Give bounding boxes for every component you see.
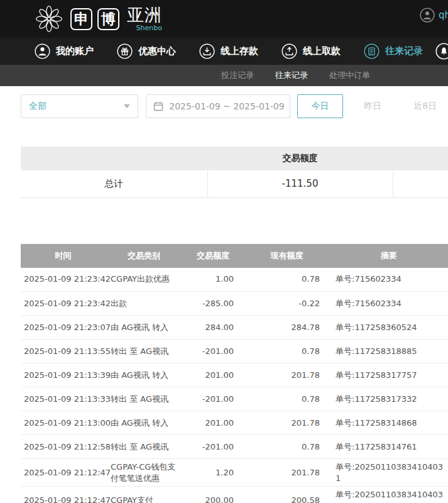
yesterday-button[interactable]: 昨日 <box>350 94 396 118</box>
today-button[interactable]: 今日 <box>297 94 343 118</box>
nav-item-promotions[interactable]: 优惠中心 <box>117 43 176 59</box>
cell-amount: -285.00 <box>182 292 244 316</box>
chevron-down-icon <box>124 104 130 108</box>
filter-bar: 全部 2025-01-09 ~ 2025-01-09 今日 昨日 近8日 <box>21 94 448 118</box>
transactions-body: 2025-01-09 21:23:42CGPAY出款优惠1.000.78单号:7… <box>21 268 448 503</box>
cell-balance: 201.78 <box>244 459 330 487</box>
cell-type: 转出 至 AG视讯 <box>106 387 182 411</box>
brand-subtitle: Shenbo <box>136 25 162 31</box>
cell-memo: 单号:202501103834104031 <box>330 459 448 487</box>
cell-type: CGPAY-CG钱包支付笔笔送优惠 <box>106 459 182 487</box>
last-8-days-button[interactable]: 近8日 <box>402 94 448 118</box>
summary-total-value: -111.50 <box>207 170 393 197</box>
cell-balance: 0.78 <box>244 387 330 411</box>
cell-amount: 1.00 <box>182 268 244 292</box>
cell-memo: 单号:117258317757 <box>330 363 448 387</box>
cell-amount: 201.00 <box>182 363 244 387</box>
summary-header-amount: 交易额度 <box>207 146 393 170</box>
tab-processing-orders[interactable]: 处理中订单 <box>329 70 370 81</box>
cell-balance: 0.78 <box>244 435 330 459</box>
calendar-icon <box>153 101 163 111</box>
table-row: 2025-01-09 21:12:47CGPAY支付200.00200.58单号… <box>21 487 448 503</box>
cell-time: 2025-01-09 21:12:47 <box>21 487 106 503</box>
username: qh <box>439 9 448 21</box>
cell-type: 转出 至 AG视讯 <box>106 435 182 459</box>
withdraw-icon <box>281 43 297 59</box>
summary-total-label: 总计 <box>21 170 207 197</box>
cell-memo: 单号:117258360524 <box>330 316 448 340</box>
cell-amount: 200.00 <box>182 487 244 503</box>
nav-item-my-account[interactable]: 我的账户 <box>35 43 94 59</box>
col-header-memo: 摘要 <box>330 244 448 268</box>
col-header-time: 时间 <box>21 244 106 268</box>
nav-item-label: 往来记录 <box>385 45 423 57</box>
cell-balance: 200.58 <box>244 487 330 503</box>
table-row: 2025-01-09 21:13:33转出 至 AG视讯-201.000.78单… <box>21 387 448 411</box>
cell-memo: 单号:715602334 <box>330 292 448 316</box>
summary-table: 交易额度 总计 -111.50 <box>21 146 448 198</box>
summary-header-row: 交易额度 <box>21 146 448 170</box>
brand-logo[interactable]: 申 博 亚洲 Shenbo <box>33 3 162 35</box>
cell-time: 2025-01-09 21:13:39 <box>21 363 106 387</box>
nav-item-records[interactable]: 往来记录 <box>364 43 423 59</box>
summary-header-spacer <box>21 146 207 170</box>
cell-amount: -201.00 <box>182 387 244 411</box>
top-header: 申 博 亚洲 Shenbo qh <box>0 0 448 38</box>
cell-balance: 284.78 <box>244 316 330 340</box>
tab-transaction-records[interactable]: 往来记录 <box>275 70 308 81</box>
date-range-input[interactable]: 2025-01-09 ~ 2025-01-09 <box>146 94 290 118</box>
cell-balance: 201.78 <box>244 363 330 387</box>
nav-item-label: 线上取款 <box>303 45 341 57</box>
nav-item-label: 线上存款 <box>221 45 258 57</box>
brand-region: 亚洲 <box>127 6 162 23</box>
table-row: 2025-01-09 21:13:39由 AG视讯 转入201.00201.78… <box>21 363 448 387</box>
cell-time: 2025-01-09 21:23:42 <box>21 268 106 292</box>
content-area: 全部 2025-01-09 ~ 2025-01-09 今日 昨日 近8日 交易额 <box>0 94 448 503</box>
cell-type: 转出 至 AG视讯 <box>106 340 182 363</box>
cell-amount: -201.00 <box>182 435 244 459</box>
table-row: 2025-01-09 21:12:47CGPAY-CG钱包支付笔笔送优惠1.20… <box>21 459 448 487</box>
cell-time: 2025-01-09 21:12:58 <box>21 435 106 459</box>
col-header-balance: 现有额度 <box>244 244 330 268</box>
cell-amount: 1.20 <box>182 459 244 487</box>
user-account[interactable]: qh <box>420 8 448 23</box>
date-range-value: 2025-01-09 ~ 2025-01-09 <box>169 101 284 111</box>
cell-type: 由 AG视讯 转入 <box>106 316 182 340</box>
cell-amount: 201.00 <box>182 411 244 435</box>
table-row: 2025-01-09 21:13:00由 AG视讯 转入201.00201.78… <box>21 411 448 435</box>
records-icon <box>364 43 380 59</box>
table-row: 2025-01-09 21:23:42CGPAY出款优惠1.000.78单号:7… <box>21 268 448 292</box>
cell-memo: 单号:715602334 <box>330 268 448 292</box>
nav-item-deposit[interactable]: 线上存款 <box>199 43 258 59</box>
avatar-icon <box>420 8 435 23</box>
cell-amount: 284.00 <box>182 316 244 340</box>
cell-balance: 0.78 <box>244 340 330 363</box>
cell-balance: -0.22 <box>244 292 330 316</box>
cell-type: 由 AG视讯 转入 <box>106 363 182 387</box>
transactions-header-row: 时间 交易类别 交易额度 现有额度 摘要 <box>21 244 448 268</box>
deposit-icon <box>199 43 215 59</box>
table-row: 2025-01-09 21:23:07由 AG视讯 转入284.00284.78… <box>21 316 448 340</box>
table-row: 2025-01-09 21:12:58转出 至 AG视讯-201.000.78单… <box>21 435 448 459</box>
type-select-value: 全部 <box>29 101 46 112</box>
cell-type: CGPAY支付 <box>106 487 182 503</box>
tab-betting-records[interactable]: 投注记录 <box>221 70 254 81</box>
cell-time: 2025-01-09 21:12:47 <box>21 459 106 487</box>
col-header-type: 交易类别 <box>106 244 182 268</box>
user-icon <box>35 43 50 59</box>
cell-balance: 0.78 <box>244 268 330 292</box>
cell-time: 2025-01-09 21:23:42 <box>21 292 106 316</box>
type-select[interactable]: 全部 <box>21 94 138 118</box>
brand-char-bo: 博 <box>97 8 119 30</box>
cell-balance: 201.78 <box>244 411 330 435</box>
cell-type: 出款 <box>106 292 182 316</box>
cell-time: 2025-01-09 21:13:33 <box>21 387 106 411</box>
cell-amount: -201.00 <box>182 340 244 363</box>
cell-type: CGPAY出款优惠 <box>106 268 182 292</box>
nav-item-withdraw[interactable]: 线上取款 <box>281 43 341 59</box>
cell-memo: 单号:117258318885 <box>330 340 448 363</box>
bell-icon[interactable] <box>435 43 448 60</box>
nav-item-label: 优惠中心 <box>138 45 176 57</box>
cell-memo: 单号:202501103834104031 <box>330 487 448 503</box>
summary-total-row: 总计 -111.50 <box>21 170 448 197</box>
